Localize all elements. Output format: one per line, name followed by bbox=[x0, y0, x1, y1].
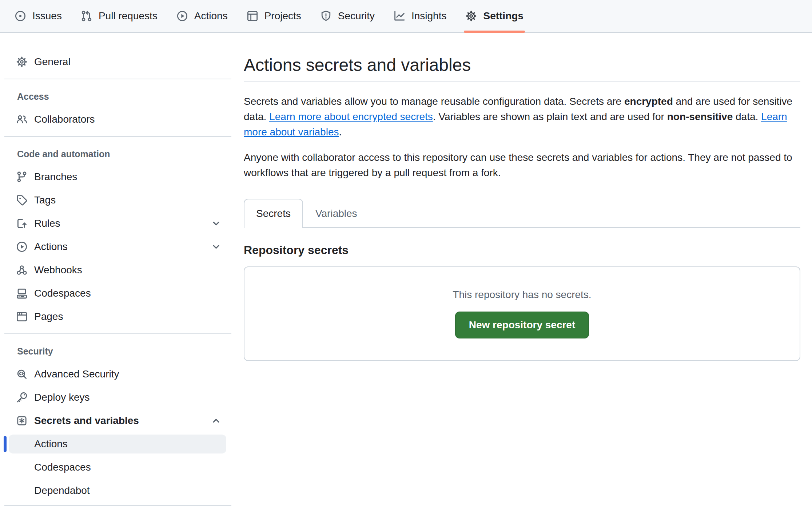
sidebar-item-actions[interactable]: Actions bbox=[7, 235, 231, 258]
empty-secrets-message: This repository has no secrets. bbox=[453, 289, 591, 301]
nav-tab-settings[interactable]: Settings bbox=[456, 0, 533, 32]
sidebar-item-label: Collaborators bbox=[34, 114, 95, 125]
repo-tab-nav: Issues Pull requests Actions Projects Se… bbox=[0, 0, 812, 33]
nav-tab-label: Issues bbox=[32, 10, 62, 22]
sidebar-item-rules[interactable]: Rules bbox=[7, 212, 231, 235]
key-asterisk-icon bbox=[16, 415, 28, 427]
sidebar-item-label: Actions bbox=[34, 241, 68, 253]
intro-text: . bbox=[339, 126, 342, 138]
sidebar-item-codespaces[interactable]: Codespaces bbox=[7, 282, 231, 305]
webhook-icon bbox=[16, 264, 28, 276]
nav-tab-security[interactable]: Security bbox=[311, 0, 384, 32]
sidebar-item-label: Secrets and variables bbox=[34, 415, 139, 427]
git-pull-request-icon bbox=[81, 10, 92, 22]
chevron-down-icon bbox=[210, 241, 222, 253]
intro-text: data. bbox=[733, 111, 761, 122]
intro-text: . Variables are shown as plain text and … bbox=[433, 111, 667, 122]
link-learn-more-encrypted-secrets[interactable]: Learn more about encrypted secrets bbox=[269, 111, 433, 122]
settings-sidebar: General Access Collaborators Code and au… bbox=[0, 33, 236, 511]
sidebar-section-security: Security bbox=[17, 345, 231, 357]
table-icon bbox=[247, 10, 258, 22]
tab-variables[interactable]: Variables bbox=[303, 199, 370, 228]
browser-icon bbox=[16, 311, 28, 322]
sidebar-divider bbox=[4, 136, 231, 137]
shield-icon bbox=[320, 10, 332, 22]
nav-tab-label: Actions bbox=[194, 10, 228, 22]
sidebar-item-collaborators[interactable]: Collaborators bbox=[7, 108, 231, 131]
tab-secrets[interactable]: Secrets bbox=[244, 199, 303, 228]
sidebar-subitem-dependabot[interactable]: Dependabot bbox=[9, 481, 226, 500]
chevron-up-icon bbox=[210, 415, 222, 427]
repository-secrets-heading: Repository secrets bbox=[244, 243, 800, 257]
nav-tab-label: Insights bbox=[411, 10, 447, 22]
play-icon bbox=[176, 10, 188, 22]
sidebar-item-label: Rules bbox=[34, 218, 60, 229]
sidebar-subitem-actions[interactable]: Actions bbox=[9, 435, 226, 453]
tag-icon bbox=[16, 194, 28, 206]
graph-icon bbox=[394, 10, 405, 22]
sidebar-item-secrets-and-variables[interactable]: Secrets and variables bbox=[7, 409, 231, 432]
sidebar-divider bbox=[4, 333, 231, 334]
sidebar-item-label: Advanced Security bbox=[34, 368, 119, 380]
title-divider bbox=[244, 81, 800, 82]
sidebar-item-label: Codespaces bbox=[34, 288, 91, 299]
play-icon bbox=[16, 241, 28, 253]
empty-secrets-box: This repository has no secrets. New repo… bbox=[244, 266, 800, 361]
main-content: Actions secrets and variables Secrets an… bbox=[236, 33, 812, 361]
sidebar-item-label: Tags bbox=[34, 194, 56, 206]
gear-icon bbox=[465, 10, 477, 22]
chevron-down-icon bbox=[210, 218, 222, 229]
nav-tab-projects[interactable]: Projects bbox=[237, 0, 311, 32]
issue-opened-icon bbox=[15, 10, 26, 22]
codespaces-icon bbox=[16, 288, 28, 299]
nav-tab-issues[interactable]: Issues bbox=[5, 0, 71, 32]
codescan-icon bbox=[16, 368, 28, 380]
sidebar-item-tags[interactable]: Tags bbox=[7, 189, 231, 212]
intro-bold-encrypted: encrypted bbox=[624, 96, 673, 107]
sidebar-divider bbox=[4, 505, 231, 506]
key-icon bbox=[16, 392, 28, 403]
sidebar-item-label: Branches bbox=[34, 171, 77, 183]
nav-tab-pull-requests[interactable]: Pull requests bbox=[71, 0, 167, 32]
sidebar-item-pages[interactable]: Pages bbox=[7, 305, 231, 328]
sidebar-item-advanced-security[interactable]: Advanced Security bbox=[7, 362, 231, 386]
sidebar-subitem-label: Dependabot bbox=[34, 485, 90, 496]
people-icon bbox=[16, 114, 28, 125]
sidebar-item-label: Deploy keys bbox=[34, 392, 90, 403]
sidebar-subitem-codespaces[interactable]: Codespaces bbox=[9, 458, 226, 477]
sidebar-item-label: Webhooks bbox=[34, 264, 82, 276]
new-repository-secret-button[interactable]: New repository secret bbox=[455, 312, 589, 338]
nav-tab-label: Pull requests bbox=[99, 10, 158, 22]
intro-text: Secrets and variables allow you to manag… bbox=[244, 96, 624, 107]
nav-tab-actions[interactable]: Actions bbox=[167, 0, 237, 32]
nav-tab-label: Projects bbox=[264, 10, 301, 22]
sidebar-item-branches[interactable]: Branches bbox=[7, 165, 231, 189]
sidebar-section-access: Access bbox=[17, 90, 231, 103]
rules-icon bbox=[16, 218, 28, 229]
sidebar-item-general[interactable]: General bbox=[7, 50, 231, 74]
page-title: Actions secrets and variables bbox=[244, 55, 800, 76]
collaborator-access-paragraph: Anyone with collaborator access to this … bbox=[244, 150, 800, 181]
nav-tab-insights[interactable]: Insights bbox=[384, 0, 456, 32]
sidebar-divider bbox=[4, 79, 231, 79]
intro-paragraph: Secrets and variables allow you to manag… bbox=[244, 94, 800, 140]
nav-tab-label: Security bbox=[338, 10, 375, 22]
sidebar-item-label: General bbox=[34, 56, 71, 68]
sidebar-item-webhooks[interactable]: Webhooks bbox=[7, 258, 231, 282]
sidebar-subitem-label: Codespaces bbox=[34, 461, 91, 473]
git-branch-icon bbox=[16, 171, 28, 183]
nav-tab-label: Settings bbox=[483, 10, 523, 22]
gear-icon bbox=[16, 56, 28, 68]
sidebar-subitem-label: Actions bbox=[34, 438, 68, 450]
secrets-variables-tabnav: Secrets Variables bbox=[244, 199, 800, 228]
sidebar-item-deploy-keys[interactable]: Deploy keys bbox=[7, 386, 231, 409]
intro-bold-non-sensitive: non-sensitive bbox=[667, 111, 733, 122]
sidebar-section-code-automation: Code and automation bbox=[17, 148, 231, 160]
sidebar-item-label: Pages bbox=[34, 311, 63, 322]
